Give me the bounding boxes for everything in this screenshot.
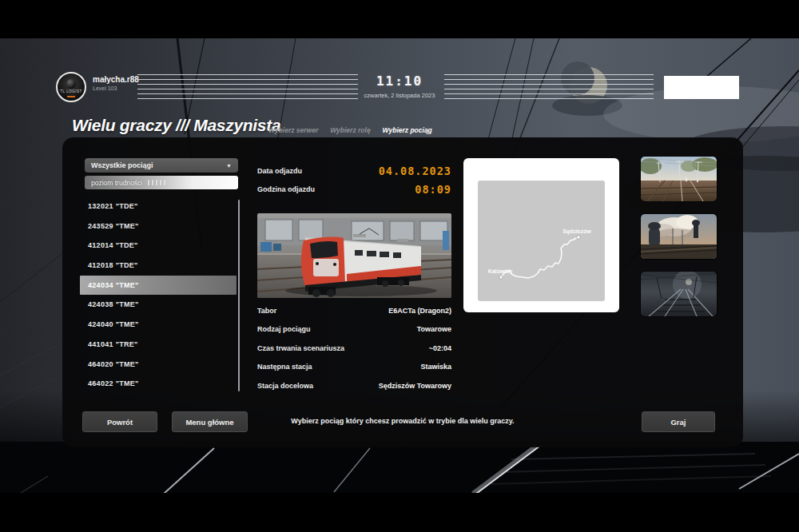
main-panel: Wszystkie pociągi ▼ poziom trudności 132… [62, 137, 743, 447]
departure-time-row: Godzina odjazdu 08:09 [257, 181, 451, 198]
train-list-item[interactable]: 412018 "TDE" [80, 256, 237, 276]
info-label: Tabor [257, 307, 276, 315]
train-list-item[interactable]: 464020 "TME" [80, 355, 237, 375]
departure-date-label: Data odjazdu [257, 167, 302, 175]
map-start-station-label: Katowice [488, 268, 513, 274]
globe-icon [66, 79, 76, 89]
letterbox-bottom [0, 493, 799, 532]
info-value: ~02:04 [429, 344, 451, 352]
route-map-card: Katowice Sędziszów [463, 158, 619, 312]
info-row: Stacja docelowa Sędziszów Towarowy [257, 376, 451, 395]
train-list-item[interactable]: 412014 "TDE" [80, 236, 237, 256]
info-label: Czas trwania scenariusza [257, 344, 344, 352]
clock-time: 11:10 [352, 73, 447, 89]
train-list-item[interactable]: 424038 "TME" [80, 295, 237, 315]
difficulty-slider[interactable]: poziom trudności [85, 176, 238, 189]
breadcrumb-select-server[interactable]: Wybierz serwer [268, 126, 318, 134]
letterbox-top [0, 0, 799, 38]
info-label: Następna stacja [257, 363, 312, 371]
scenery-thumbnail-1[interactable] [641, 157, 717, 201]
breadcrumb-select-train[interactable]: Wybierz pociąg [383, 126, 432, 134]
difficulty-label: poziom trudności [91, 179, 142, 187]
map-end-station-label: Sędziszów [562, 228, 591, 235]
chevron-down-icon: ▼ [226, 163, 232, 169]
page-title: Wielu graczy /// Maszynista [72, 116, 280, 135]
info-row: Tabor E6ACTa (Dragon2) [257, 301, 451, 320]
info-value: Towarowe [417, 325, 451, 333]
avatar: TL LOGIST [56, 72, 86, 102]
info-row: Czas trwania scenariusza ~02:04 [257, 339, 451, 358]
train-filter-value: Wszystkie pociągi [91, 161, 153, 169]
play-button-label: Graj [670, 418, 686, 427]
main-menu-button[interactable]: Menu główne [172, 411, 248, 432]
difficulty-ticks [148, 180, 165, 185]
train-list-scrollbar[interactable] [238, 200, 240, 391]
info-value: Stawiska [420, 363, 451, 371]
route-map: Katowice Sędziszów [478, 181, 605, 301]
train-list: 132021 "TDE" 243529 "TME" 412014 "TDE" 4… [80, 197, 237, 394]
user-level: Level 103 [93, 85, 117, 91]
train-preview-image [257, 213, 451, 298]
avatar-ring-text: TL LOGIST [58, 89, 85, 93]
info-row: Następna stacja Stawiska [257, 358, 451, 377]
breadcrumb: Wybierz serwer Wybierz rolę Wybierz poci… [268, 126, 432, 134]
scenery-thumbnail-3[interactable] [641, 272, 717, 316]
hint-text: Wybierz pociąg który chcesz prowadzić w … [262, 417, 543, 425]
clock-date: czwartek, 2 listopada 2023 [336, 92, 463, 99]
train-info: Tabor E6ACTa (Dragon2) Rodzaj pociągu To… [257, 301, 451, 395]
decorative-lines-left [137, 74, 358, 99]
train-list-item[interactable]: 464022 "TME" [80, 374, 237, 394]
back-button[interactable]: Powrót [82, 411, 157, 432]
username: małycha.r88 [93, 75, 139, 84]
logo-placeholder [664, 76, 739, 99]
scenery-thumbnail-2[interactable] [641, 214, 717, 259]
train-list-item[interactable]: 243529 "TME" [80, 216, 237, 236]
departure-time-value: 08:09 [415, 183, 451, 196]
play-button[interactable]: Graj [642, 411, 715, 432]
info-value: E6ACTa (Dragon2) [388, 307, 451, 315]
info-label: Rodzaj pociągu [257, 325, 311, 333]
train-list-item[interactable]: 132021 "TDE" [80, 197, 237, 216]
train-list-item-selected[interactable]: 424034 "TME" [80, 276, 237, 296]
info-value: Sędziszów Towarowy [379, 382, 451, 390]
back-button-label: Powrót [107, 418, 133, 427]
departure-date-value: 04.08.2023 [379, 165, 451, 177]
departure-date-row: Data odjazdu 04.08.2023 [257, 162, 451, 180]
train-list-item[interactable]: 424040 "TME" [80, 315, 237, 335]
info-row: Rodzaj pociągu Towarowe [257, 320, 451, 339]
avatar-accent-bar [67, 96, 75, 97]
main-menu-button-label: Menu główne [185, 418, 233, 427]
breadcrumb-select-role[interactable]: Wybierz rolę [330, 126, 370, 134]
train-filter-dropdown[interactable]: Wszystkie pociągi ▼ [85, 158, 238, 173]
train-list-item[interactable]: 441041 "TRE" [80, 335, 237, 355]
info-label: Stacja docelowa [257, 382, 313, 390]
departure-time-label: Godzina odjazdu [257, 185, 315, 193]
decorative-lines-right [444, 74, 654, 99]
